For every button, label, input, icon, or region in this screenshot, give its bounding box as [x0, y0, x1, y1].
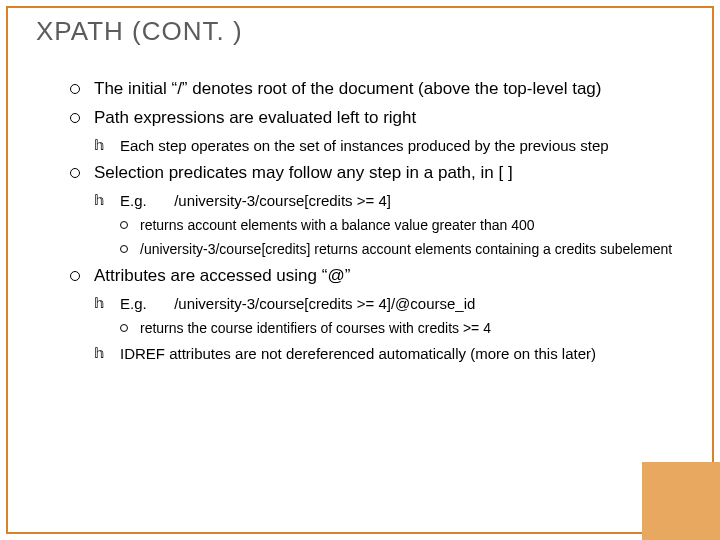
list-text: /university-3/course[credits] returns ac… [140, 241, 672, 257]
bullet-list-level3: returns the course identifiers of course… [120, 319, 692, 338]
slide-title: XPATH (CONT. ) [36, 16, 243, 47]
bullet-list-level2: E.g. /university-3/course[credits >= 4] … [94, 191, 692, 259]
list-item: IDREF attributes are not dereferenced au… [94, 344, 692, 364]
bullet-list-level2: E.g. /university-3/course[credits >= 4]/… [94, 294, 692, 364]
accent-decoration [642, 462, 720, 540]
eg-value: /university-3/course[credits >= 4]/@cour… [174, 295, 475, 312]
list-item: returns account elements with a balance … [120, 216, 692, 235]
bullet-list-level2: Each step operates on the set of instanc… [94, 136, 692, 156]
list-item: Path expressions are evaluated left to r… [70, 107, 692, 156]
list-item: E.g. /university-3/course[credits >= 4] … [94, 191, 692, 259]
list-text: The initial “/” denotes root of the docu… [94, 79, 601, 98]
list-text: Attributes are accessed using “@” [94, 266, 350, 285]
bullet-list-level1: The initial “/” denotes root of the docu… [70, 78, 692, 364]
list-text: Each step operates on the set of instanc… [120, 137, 609, 154]
list-text: Selection predicates may follow any step… [94, 163, 513, 182]
slide-body: The initial “/” denotes root of the docu… [70, 78, 692, 364]
bullet-list-level3: returns account elements with a balance … [120, 216, 692, 259]
list-item: returns the course identifiers of course… [120, 319, 692, 338]
list-item: Selection predicates may follow any step… [70, 162, 692, 259]
list-item: E.g. /university-3/course[credits >= 4]/… [94, 294, 692, 338]
list-text: returns the course identifiers of course… [140, 320, 491, 336]
list-text: returns account elements with a balance … [140, 217, 535, 233]
list-text: Path expressions are evaluated left to r… [94, 108, 416, 127]
eg-label: E.g. [120, 294, 170, 314]
list-item: /university-3/course[credits] returns ac… [120, 240, 692, 259]
eg-value: /university-3/course[credits >= 4] [174, 192, 391, 209]
list-item: Each step operates on the set of instanc… [94, 136, 692, 156]
eg-label: E.g. [120, 191, 170, 211]
list-item: The initial “/” denotes root of the docu… [70, 78, 692, 101]
list-text: IDREF attributes are not dereferenced au… [120, 345, 596, 362]
list-item: Attributes are accessed using “@” E.g. /… [70, 265, 692, 364]
